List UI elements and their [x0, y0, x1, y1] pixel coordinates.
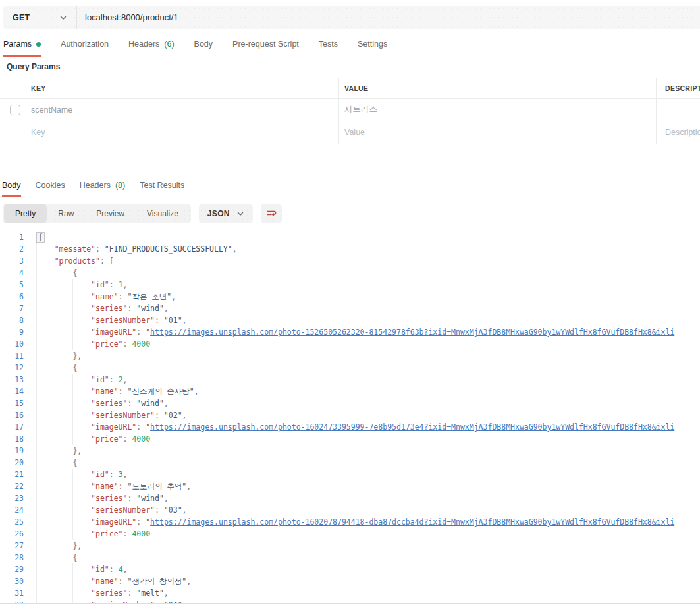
tab-tests[interactable]: Tests	[319, 40, 338, 57]
indent-guide	[36, 279, 55, 291]
tab-body[interactable]: Body	[194, 40, 213, 57]
line-number: 30	[0, 575, 24, 587]
indent-guide	[55, 326, 73, 338]
code-line-content: {	[24, 362, 77, 374]
json-url-link[interactable]: https://images.unsplash.com/photo-160247…	[150, 422, 674, 432]
view-mode-pretty[interactable]: Pretty	[4, 204, 47, 223]
indent-guide	[36, 267, 55, 279]
tab-settings[interactable]: Settings	[358, 40, 387, 57]
json-token: :	[119, 387, 128, 396]
param-description-field[interactable]: Description	[657, 121, 700, 144]
code-line: 27},	[0, 540, 700, 552]
indent-guide	[55, 279, 73, 291]
response-body-code-viewer[interactable]: 1{2"messate": "FIND_PRODUCTS_SUCCESSFULL…	[0, 231, 700, 604]
json-token: 3	[119, 470, 123, 479]
indent-guide	[36, 528, 55, 540]
tab-label: Headers	[128, 40, 159, 49]
json-token: ,	[164, 399, 169, 408]
view-mode-visualize[interactable]: Visualize	[136, 204, 190, 223]
indent-guide	[55, 338, 73, 350]
tab-label: Headers	[80, 181, 111, 190]
param-value-field[interactable]: Value	[339, 121, 657, 144]
view-mode-preview[interactable]: Preview	[85, 204, 136, 223]
response-tab-cookies[interactable]: Cookies	[36, 181, 65, 197]
response-tab-headers[interactable]: Headers (8)	[80, 181, 126, 197]
json-url-link[interactable]: https://images.unsplash.com/photo-152650…	[150, 328, 674, 337]
code-line: 9"imageURL": "https://images.unsplash.co…	[0, 326, 700, 338]
row-checkbox[interactable]	[10, 105, 20, 115]
url-input[interactable]: localhost:8000/product/1	[77, 6, 700, 29]
table-header-row: KEY VALUE DESCRIPTION	[0, 78, 700, 99]
json-token: "series"	[91, 304, 127, 313]
line-number: 22	[0, 480, 24, 492]
code-line: 10"price": 4000	[0, 338, 700, 350]
indent-guide	[36, 457, 55, 469]
json-token: "series"	[91, 589, 127, 598]
response-tab-test-results[interactable]: Test Results	[140, 181, 184, 197]
indent-guide	[36, 338, 55, 350]
json-token: ,	[123, 470, 128, 479]
param-description-field[interactable]	[657, 99, 700, 121]
indent-guide	[36, 516, 55, 528]
code-line-content: },	[24, 350, 82, 362]
request-url-bar: GET localhost:8000/product/1	[3, 6, 700, 29]
indent-guide	[72, 563, 91, 575]
indent-guide	[36, 255, 55, 267]
indent-guide	[55, 445, 73, 457]
json-token: ,	[186, 577, 191, 586]
indent-guide	[55, 433, 73, 445]
tab-authorization[interactable]: Authorization	[61, 40, 109, 57]
code-line: 17"imageURL": "https://images.unsplash.c…	[0, 421, 700, 433]
code-line: 5"id": 1,	[0, 279, 700, 291]
word-wrap-button[interactable]	[261, 204, 282, 223]
line-number: 16	[0, 409, 24, 421]
code-line: 3"products": [	[0, 255, 700, 267]
indent-guide	[55, 563, 73, 575]
tab-label: Body	[2, 181, 21, 190]
line-number: 32	[0, 599, 24, 604]
indent-guide	[55, 599, 73, 604]
indent-guide	[55, 302, 73, 314]
param-value-field[interactable]: 시트러스	[339, 99, 657, 121]
method-dropdown[interactable]: GET	[3, 6, 77, 29]
json-token: "price"	[91, 434, 122, 444]
param-key-field[interactable]: scentName	[26, 99, 339, 121]
json-token: },	[72, 351, 82, 360]
line-number: 10	[0, 338, 24, 350]
param-key-field[interactable]: Key	[26, 121, 339, 144]
tab-params[interactable]: Params	[3, 40, 41, 57]
code-line-content: {	[24, 552, 77, 563]
tab-pre-request-script[interactable]: Pre-request Script	[232, 40, 299, 57]
code-line-content: "products": [	[24, 255, 114, 267]
indent-guide	[55, 492, 73, 504]
tab-headers[interactable]: Headers (6)	[128, 40, 175, 57]
indent-guide	[36, 480, 55, 492]
json-token: :	[119, 482, 128, 491]
indent-guide	[36, 540, 55, 552]
code-line: 1{	[0, 231, 700, 243]
response-tab-body[interactable]: Body	[2, 181, 21, 197]
indent-guide	[72, 291, 91, 302]
code-line: 22"name": "도토리의 추억",	[0, 480, 700, 492]
json-token: "name"	[91, 387, 119, 396]
indent-guide	[72, 386, 91, 397]
json-token: "imageURL"	[91, 517, 136, 527]
json-token: :	[109, 565, 119, 574]
format-dropdown[interactable]: JSON	[199, 204, 253, 223]
line-number: 11	[0, 350, 24, 362]
json-token: :	[155, 505, 164, 515]
view-mode-raw[interactable]: Raw	[47, 204, 85, 223]
code-line: 18"price": 4000	[0, 433, 700, 445]
json-token: },	[72, 541, 82, 550]
code-line-content: "name": "작은 소년",	[24, 291, 176, 302]
line-number: 24	[0, 504, 24, 516]
line-number: 6	[0, 291, 24, 302]
json-token: "FIND_PRODUCTS_SUCCESSFULLY"	[105, 245, 232, 254]
line-number: 23	[0, 492, 24, 504]
code-line-content: "name": "신스케의 솜사탕",	[24, 386, 199, 397]
indent-guide	[72, 516, 91, 528]
json-token: "melt"	[136, 589, 164, 598]
line-number: 26	[0, 528, 24, 540]
json-url-link[interactable]: https://images.unsplash.com/photo-160207…	[150, 517, 674, 527]
tab-label: Cookies	[36, 181, 65, 190]
